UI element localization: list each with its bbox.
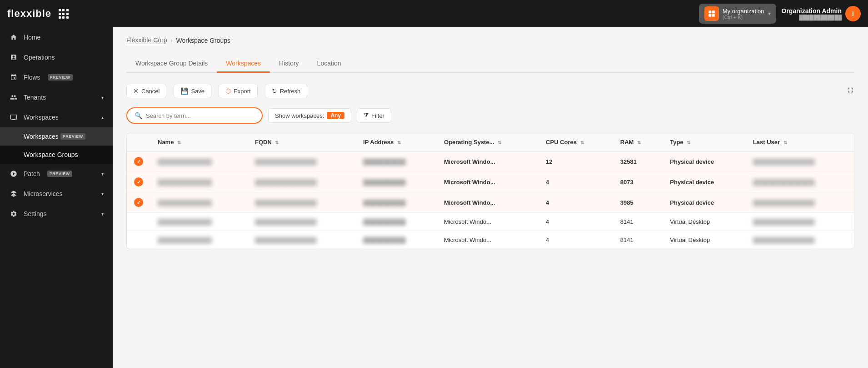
cell-cpu: 4 — [539, 172, 613, 192]
sort-fqdn-icon: ⇅ — [275, 140, 279, 145]
sidebar-label-patch: Patch — [24, 170, 40, 177]
export-icon: ⬡ — [225, 87, 231, 95]
col-last-user[interactable]: Last User ⇅ — [746, 133, 854, 151]
sort-ip-icon: ⇅ — [397, 140, 401, 145]
chevron-down-icon: ▾ — [768, 10, 771, 17]
sidebar-sub-workspaces-label: Workspaces — [24, 133, 59, 140]
col-status — [127, 133, 150, 151]
row-status-cell — [127, 172, 150, 192]
search-box[interactable]: 🔍 — [126, 107, 263, 124]
row-status-cell — [127, 192, 150, 213]
cell-last-user: ████████████████ — [746, 192, 854, 213]
grid-icon[interactable] — [59, 9, 69, 19]
cell-name: ██████████████ — [150, 151, 248, 172]
sidebar-item-tenants[interactable]: Tenants ▾ — [0, 87, 113, 107]
sort-cpu-icon: ⇅ — [580, 140, 584, 145]
cell-type: Virtual Desktop — [663, 213, 746, 231]
workspaces-chevron: ▴ — [101, 115, 104, 120]
sidebar-item-flows[interactable]: Flows PREVIEW — [0, 67, 113, 87]
col-ram[interactable]: RAM ⇅ — [613, 133, 663, 151]
tab-location[interactable]: Location — [308, 55, 350, 73]
sidebar-item-workspaces-parent[interactable]: Workspaces ▴ — [0, 107, 113, 127]
sidebar-sub-workspace-groups[interactable]: Workspace Groups — [0, 146, 113, 164]
cell-ip: ███████████ — [356, 231, 437, 249]
table-row[interactable]: ████████████████████████████████████████… — [127, 231, 854, 249]
user-panel: Organization Admin ████████████ I — [782, 6, 861, 21]
cell-os: Microsoft Windo... — [437, 213, 539, 231]
cell-ram: 32581 — [613, 151, 663, 172]
sidebar-item-microservices[interactable]: Microservices ▾ — [0, 184, 113, 204]
search-input[interactable] — [146, 112, 254, 119]
export-button[interactable]: ⬡ Export — [219, 84, 258, 98]
content-area: Flexxible Corp › Workspace Groups Worksp… — [113, 27, 868, 258]
table-row[interactable]: ████████████████████████████████████████… — [127, 151, 854, 172]
org-switcher[interactable]: My organization (Ctrl + K) ▾ — [699, 4, 776, 24]
cell-fqdn: ████████████████ — [248, 151, 356, 172]
sidebar-item-patch[interactable]: Patch PREVIEW ▾ — [0, 164, 113, 184]
col-name[interactable]: Name ⇅ — [150, 133, 248, 151]
table-header: Name ⇅ FQDN ⇅ IP Address ⇅ — [127, 133, 854, 151]
tab-workspaces[interactable]: Workspaces — [217, 55, 270, 73]
header-row: Name ⇅ FQDN ⇅ IP Address ⇅ — [127, 133, 854, 151]
toolbar: ✕ Cancel 💾 Save ⬡ Export ↻ Refresh — [126, 84, 854, 98]
cell-fqdn: ████████████████ — [248, 172, 356, 192]
refresh-button[interactable]: ↻ Refresh — [265, 84, 308, 98]
org-icon — [704, 6, 719, 21]
table-row[interactable]: ████████████████████████████████████████… — [127, 172, 854, 192]
cell-type: Physical device — [663, 172, 746, 192]
cell-name: ██████████████ — [150, 172, 248, 192]
status-checked-icon — [134, 157, 143, 166]
sidebar-label-operations: Operations — [24, 54, 55, 61]
col-fqdn[interactable]: FQDN ⇅ — [248, 133, 356, 151]
expand-button[interactable] — [846, 86, 854, 96]
sort-type-icon: ⇅ — [687, 140, 690, 145]
sidebar-item-operations[interactable]: Operations — [0, 47, 113, 67]
topbar-right: My organization (Ctrl + K) ▾ Organizatio… — [699, 4, 861, 24]
topbar: flexxible My organization (Ctrl + K) ▾ O… — [0, 0, 868, 27]
cell-ip: ███████████ — [356, 151, 437, 172]
patch-icon — [9, 170, 18, 177]
cancel-button[interactable]: ✕ Cancel — [126, 84, 166, 98]
col-cpu[interactable]: CPU Cores ⇅ — [539, 133, 613, 151]
col-type[interactable]: Type ⇅ — [663, 133, 746, 151]
save-icon: 💾 — [180, 87, 188, 95]
cell-type: Physical device — [663, 151, 746, 172]
cell-os: Microsoft Windo... — [437, 192, 539, 213]
layout: Home Operations Flows PREVIEW Tenants ▾ — [0, 27, 868, 368]
cell-cpu: 4 — [539, 213, 613, 231]
flows-icon — [9, 74, 18, 81]
svg-rect-3 — [712, 14, 714, 17]
save-button[interactable]: 💾 Save — [174, 84, 211, 98]
table-row[interactable]: ████████████████████████████████████████… — [127, 192, 854, 213]
cell-ram: 8073 — [613, 172, 663, 192]
col-ip[interactable]: IP Address ⇅ — [356, 133, 437, 151]
sidebar-label-flows: Flows — [24, 74, 40, 81]
sidebar: Home Operations Flows PREVIEW Tenants ▾ — [0, 27, 113, 368]
tab-workspace-group-details[interactable]: Workspace Group Details — [126, 55, 217, 73]
operations-icon — [9, 54, 18, 61]
show-workspaces-any-badge: Any — [327, 112, 344, 119]
patch-chevron: ▾ — [101, 171, 104, 176]
flows-badge: PREVIEW — [48, 74, 73, 81]
logo: flexxible — [7, 8, 51, 20]
sidebar-label-home: Home — [24, 34, 40, 41]
sidebar-sub-workspaces[interactable]: Workspaces PREVIEW — [0, 127, 113, 146]
cell-cpu: 4 — [539, 192, 613, 213]
table-row[interactable]: ████████████████████████████████████████… — [127, 213, 854, 231]
cell-cpu: 4 — [539, 231, 613, 249]
show-workspaces-button[interactable]: Show workspaces: Any — [268, 108, 351, 123]
sidebar-sub-wg-label: Workspace Groups — [24, 151, 78, 158]
sidebar-item-home[interactable]: Home — [0, 27, 113, 47]
user-avatar[interactable]: I — [845, 6, 861, 21]
sidebar-item-settings[interactable]: Settings ▾ — [0, 204, 113, 224]
user-email: ████████████ — [799, 15, 842, 20]
search-filter-row: 🔍 Show workspaces: Any ⧩ Filter — [126, 107, 854, 124]
filter-button[interactable]: ⧩ Filter — [357, 108, 391, 123]
home-icon — [9, 34, 18, 41]
breadcrumb-parent[interactable]: Flexxible Corp — [126, 36, 167, 44]
cell-ram: 8141 — [613, 231, 663, 249]
svg-rect-0 — [708, 10, 711, 13]
tab-history[interactable]: History — [270, 55, 308, 73]
sidebar-label-settings: Settings — [24, 210, 47, 217]
col-os[interactable]: Operating Syste... ⇅ — [437, 133, 539, 151]
